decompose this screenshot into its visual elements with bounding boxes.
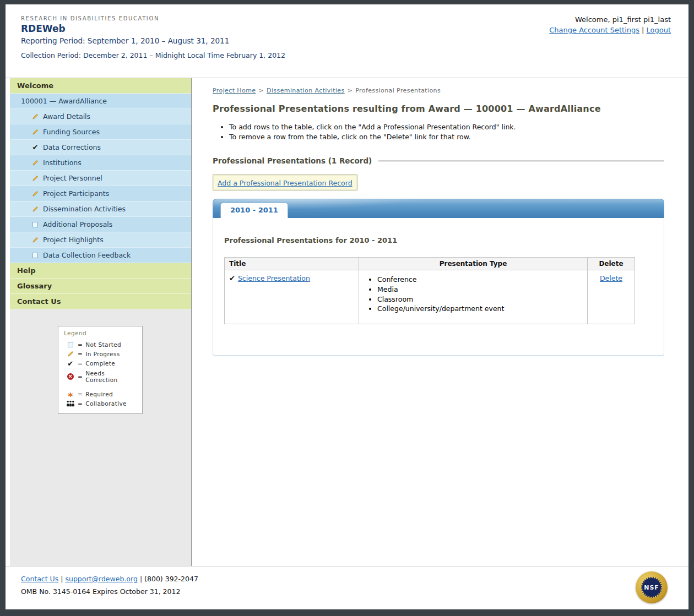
legend-row-needs-correction: × = Needs Correction: [62, 368, 139, 384]
science-presentation-link[interactable]: Science Presentation: [238, 274, 310, 282]
pencil-icon: [31, 113, 39, 120]
year-tabs: 2010 - 2011 Professional Presentations f…: [213, 199, 664, 356]
check-glyph: ✔: [32, 144, 39, 151]
instruction-item: To remove a row from the table, click on…: [229, 132, 664, 142]
pencil-icon: [31, 206, 39, 212]
logout-link[interactable]: Logout: [646, 26, 671, 34]
section-divider: [378, 160, 664, 162]
tab-2010-2011[interactable]: 2010 - 2011: [220, 203, 288, 218]
sidebar-header-welcome[interactable]: Welcome: [10, 78, 191, 94]
legend-row-not-started: = Not Started: [62, 340, 139, 349]
equals-sign: =: [78, 391, 83, 397]
legend-label: In Progress: [85, 351, 120, 357]
footer-contact-us-link[interactable]: Contact Us: [21, 575, 58, 583]
legend-row-collaborative: = Collaborative: [62, 399, 139, 408]
main-content: Project Home>Dissemination Activities>Pr…: [192, 78, 688, 566]
legend-label: Needs Correction: [85, 370, 139, 383]
column-header-presentation-type: Presentation Type: [359, 258, 588, 270]
not-started-icon: [31, 253, 39, 258]
breadcrumb-dissemination-activities[interactable]: Dissemination Activities: [267, 87, 345, 94]
presentations-table: Title Presentation Type Delete ✔Science …: [224, 257, 635, 324]
legend-spacer: [62, 384, 139, 389]
change-account-settings-link[interactable]: Change Account Settings: [549, 26, 639, 34]
table-row: ✔Science Presentation Conference Media C…: [225, 270, 635, 324]
legend-row-complete: ✔ = Complete: [62, 358, 139, 368]
sidebar-item-label: 100001 — AwardAlliance: [21, 97, 107, 105]
pencil-icon: [31, 129, 39, 135]
not-started-icon: [31, 222, 39, 227]
sidebar-header-label: Glossary: [17, 282, 52, 290]
breadcrumb-separator: >: [258, 87, 264, 94]
sidebar: Welcome 100001 — AwardAlliance Award Det…: [10, 78, 192, 566]
breadcrumb-current: Professional Presentations: [355, 87, 441, 94]
sidebar-item-label: Dissemination Activities: [43, 205, 126, 213]
body-row: Welcome 100001 — AwardAlliance Award Det…: [6, 78, 688, 566]
breadcrumb-separator: >: [348, 87, 353, 94]
asterisk-icon: *: [66, 392, 75, 396]
delete-cell: Delete: [588, 270, 635, 324]
check-glyph: ✔: [67, 360, 73, 367]
add-record-box: Add a Professional Presentation Record: [213, 175, 357, 190]
link-separator: |: [642, 26, 644, 34]
sidebar-item-project-highlights[interactable]: Project Highlights: [10, 232, 191, 248]
sidebar-item-award[interactable]: 100001 — AwardAlliance: [10, 94, 191, 109]
table-header-row: Title Presentation Type Delete: [225, 258, 635, 270]
column-header-title: Title: [225, 258, 359, 270]
nsf-logo: NSF: [636, 571, 668, 603]
sidebar-header-help[interactable]: Help: [10, 263, 191, 279]
app-window: Welcome, pi1_first pi1_last Change Accou…: [6, 4, 688, 609]
panel-title: Professional Presentations for 2010 - 20…: [224, 236, 653, 244]
check-icon: ✔: [66, 360, 75, 367]
separator: |: [61, 575, 63, 583]
sidebar-item-label: Project Personnel: [43, 174, 102, 182]
page-title: Professional Presentations resulting fro…: [213, 103, 664, 114]
delete-row-link[interactable]: Delete: [600, 274, 622, 282]
sidebar-item-data-collection-feedback[interactable]: Data Collection Feedback: [10, 248, 191, 263]
tab-panel: Professional Presentations for 2010 - 20…: [213, 218, 664, 356]
reporting-period-text: Reporting Period: September 1, 2010 – Au…: [21, 36, 673, 45]
check-icon: ✔: [31, 144, 39, 151]
equals-sign: =: [78, 360, 83, 367]
welcome-user-text: Welcome, pi1_first pi1_last: [549, 15, 671, 24]
breadcrumb: Project Home>Dissemination Activities>Pr…: [213, 87, 664, 94]
equals-sign: =: [78, 373, 83, 380]
sidebar-item-label: Additional Proposals: [43, 220, 112, 228]
sidebar-item-project-participants[interactable]: Project Participants: [10, 186, 191, 201]
user-area: Welcome, pi1_first pi1_last Change Accou…: [549, 15, 671, 34]
app-header: Welcome, pi1_first pi1_last Change Accou…: [6, 4, 688, 78]
sidebar-item-label: Data Corrections: [43, 143, 101, 151]
sidebar-item-institutions[interactable]: Institutions: [10, 155, 191, 171]
pencil-icon: [31, 160, 39, 166]
sidebar-item-project-personnel[interactable]: Project Personnel: [10, 171, 191, 186]
footer-contact-line: Contact Us|support@rdeweb.org|(800) 392-…: [21, 575, 673, 583]
x-glyph: ×: [67, 373, 74, 380]
section-head: Professional Presentations (1 Record): [213, 156, 664, 165]
pencil-icon: [66, 351, 75, 357]
complete-check-icon: ✔: [229, 274, 235, 282]
legend: Legend = Not Started = In Progress ✔ = C…: [58, 326, 143, 414]
instruction-item: To add rows to the table, click on the "…: [229, 122, 664, 132]
sidebar-header-contact-us[interactable]: Contact Us: [10, 294, 191, 309]
account-links: Change Account Settings|Logout: [549, 26, 671, 34]
sidebar-item-dissemination-activities[interactable]: Dissemination Activities: [10, 201, 191, 217]
legend-label: Complete: [85, 360, 115, 367]
sidebar-item-label: Institutions: [43, 159, 82, 167]
pencil-icon: [31, 190, 39, 197]
sidebar-item-funding-sources[interactable]: Funding Sources: [10, 124, 191, 140]
breadcrumb-project-home[interactable]: Project Home: [213, 87, 256, 94]
presentation-type-list: Conference Media Classroom College/unive…: [364, 275, 583, 314]
presentation-type-item: Media: [377, 285, 583, 295]
sidebar-item-award-details[interactable]: Award Details: [10, 109, 191, 124]
legend-row-in-progress: = In Progress: [62, 349, 139, 358]
sidebar-item-label: Award Details: [43, 112, 90, 121]
sidebar-item-label: Project Participants: [43, 189, 109, 198]
sidebar-item-additional-proposals[interactable]: Additional Proposals: [10, 217, 191, 232]
sidebar-header-glossary[interactable]: Glossary: [10, 279, 191, 294]
footer-email-link[interactable]: support@rdeweb.org: [66, 575, 138, 583]
sidebar-item-data-corrections[interactable]: ✔ Data Corrections: [10, 140, 191, 155]
instructions-list: To add rows to the table, click on the "…: [213, 122, 664, 141]
pencil-icon: [31, 237, 39, 243]
add-professional-presentation-record-link[interactable]: Add a Professional Presentation Record: [218, 179, 353, 187]
collection-period-text: Collection Period: December 2, 2011 – Mi…: [21, 51, 673, 59]
sidebar-menu: Welcome 100001 — AwardAlliance Award Det…: [10, 78, 191, 309]
